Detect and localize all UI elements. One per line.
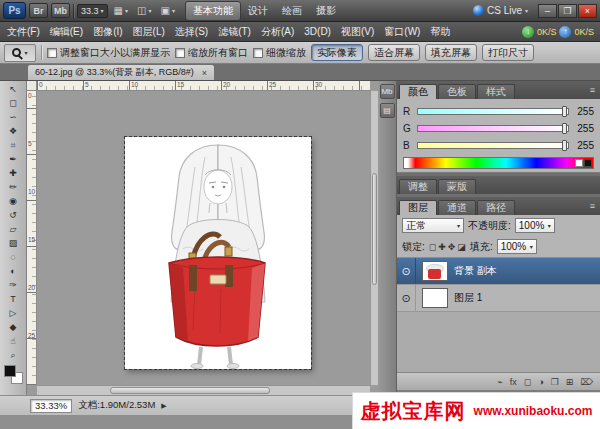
layer-row-layer1[interactable]: ⊙ 图层 1 — [397, 285, 600, 312]
tool-eyedropper[interactable]: ✒ — [1, 152, 25, 166]
workspace-tab-photography[interactable]: 摄影 — [309, 1, 343, 21]
menu-3d[interactable]: 3D(D) — [299, 22, 336, 41]
close-icon[interactable]: × — [202, 68, 207, 78]
layer-thumbnail[interactable] — [422, 261, 448, 281]
view-extras-button[interactable]: ▦ ▾ — [111, 3, 131, 19]
launch-minibridge-button[interactable]: Mb — [51, 3, 70, 18]
white-swatch[interactable] — [575, 159, 583, 167]
red-value[interactable]: 255 — [574, 106, 594, 117]
green-slider-handle[interactable] — [562, 123, 567, 134]
delete-layer-icon[interactable]: ⌦ — [580, 377, 593, 387]
workspace-tab-essentials[interactable]: 基本功能 — [185, 1, 241, 21]
vertical-scrollbar[interactable] — [370, 91, 378, 385]
color-spectrum-ramp[interactable] — [403, 157, 594, 169]
close-button[interactable]: × — [578, 4, 597, 18]
tool-dodge[interactable]: ◐ — [1, 264, 25, 278]
layer-name[interactable]: 背景 副本 — [454, 264, 600, 278]
launch-bridge-button[interactable]: Br — [29, 3, 48, 18]
workspace-tab-design[interactable]: 设计 — [241, 1, 275, 21]
actual-pixels-button[interactable]: 实际像素 — [311, 44, 363, 61]
layer-name[interactable]: 图层 1 — [454, 291, 600, 305]
tab-masks[interactable]: 蒙版 — [438, 179, 476, 194]
lock-all-icon[interactable]: ◪ — [457, 242, 466, 252]
tool-lasso[interactable]: ∽ — [1, 110, 25, 124]
menu-filter[interactable]: 滤镜(T) — [213, 22, 256, 41]
tool-history-brush[interactable]: ↺ — [1, 208, 25, 222]
red-slider-handle[interactable] — [562, 106, 567, 117]
opacity-input[interactable]: 100% ▾ — [515, 218, 555, 233]
lock-transparent-icon[interactable]: ◻ — [429, 242, 436, 252]
menu-help[interactable]: 帮助 — [425, 22, 455, 41]
blend-mode-select[interactable]: 正常 ▾ — [402, 218, 464, 233]
zoom-all-windows-checkbox[interactable] — [175, 48, 185, 58]
horizontal-scrollbar-thumb[interactable] — [110, 387, 270, 394]
tool-move[interactable]: ↖ — [1, 82, 25, 96]
link-layers-icon[interactable]: ⌁ — [497, 377, 502, 387]
zoom-level-control[interactable]: 33.3 ▾ — [77, 4, 108, 18]
tool-brush[interactable]: ✏ — [1, 180, 25, 194]
lock-position-icon[interactable]: ✥ — [448, 242, 456, 252]
new-layer-icon[interactable]: ⊞ — [566, 377, 574, 387]
layer-group-icon[interactable]: ❐ — [551, 377, 559, 387]
minimize-button[interactable]: – — [538, 4, 557, 18]
tool-clone-stamp[interactable]: ◉ — [1, 194, 25, 208]
panel-menu-icon[interactable]: ≡ — [587, 201, 598, 211]
vertical-scrollbar-thumb[interactable] — [372, 173, 377, 285]
tool-healing[interactable]: ✚ — [1, 166, 25, 180]
tool-hand[interactable]: ☝ — [1, 334, 25, 348]
visibility-toggle[interactable]: ⊙ — [397, 285, 416, 311]
visibility-toggle[interactable]: ⊙ — [397, 258, 416, 284]
foreground-color-swatch[interactable] — [4, 365, 16, 377]
fill-input[interactable]: 100% ▾ — [497, 239, 537, 254]
canvas-viewport[interactable] — [37, 91, 370, 385]
scrubby-zoom-checkbox[interactable] — [253, 48, 263, 58]
status-zoom-field[interactable]: 33.33% — [30, 399, 72, 413]
document-image[interactable] — [125, 137, 311, 369]
blue-slider-handle[interactable] — [562, 140, 567, 151]
layer-mask-icon[interactable]: ◻ — [524, 377, 531, 387]
tab-paths[interactable]: 路径 — [477, 200, 515, 215]
tab-layers[interactable]: 图层 — [399, 200, 437, 215]
green-slider[interactable] — [417, 125, 569, 132]
horizontal-scrollbar[interactable] — [37, 385, 370, 395]
history-panel-button[interactable]: ▤ — [380, 103, 395, 118]
menu-analysis[interactable]: 分析(A) — [256, 22, 299, 41]
blue-slider[interactable] — [417, 142, 569, 149]
red-slider[interactable] — [417, 108, 569, 115]
fill-screen-button[interactable]: 填充屏幕 — [425, 44, 477, 61]
tool-path-select[interactable]: ▷ — [1, 306, 25, 320]
cs-live-button[interactable]: CS Live ▾ — [473, 5, 528, 16]
zoom-tool-preset-button[interactable]: ▾ — [4, 44, 36, 62]
blue-value[interactable]: 255 — [574, 140, 594, 151]
tab-styles[interactable]: 样式 — [477, 84, 515, 99]
menu-layer[interactable]: 图层(L) — [128, 22, 170, 41]
menu-file[interactable]: 文件(F) — [2, 22, 45, 41]
menu-image[interactable]: 图像(I) — [88, 22, 127, 41]
tab-channels[interactable]: 通道 — [438, 200, 476, 215]
resize-windows-checkbox[interactable] — [47, 48, 57, 58]
menu-edit[interactable]: 编辑(E) — [45, 22, 88, 41]
screen-mode-button[interactable]: ▣ ▾ — [157, 3, 177, 19]
vertical-ruler[interactable]: 0 5 10 15 20 25 — [27, 91, 37, 385]
menu-select[interactable]: 选择(S) — [170, 22, 213, 41]
lock-pixels-icon[interactable]: ✚ — [438, 242, 446, 252]
minibridge-panel-button[interactable]: Mb — [380, 84, 395, 99]
tool-blur[interactable]: ◌ — [1, 250, 25, 264]
fit-screen-button[interactable]: 适合屏幕 — [368, 44, 420, 61]
layer-style-icon[interactable]: fx — [510, 377, 517, 387]
tool-eraser[interactable]: ▱ — [1, 222, 25, 236]
tool-gradient[interactable]: ▨ — [1, 236, 25, 250]
menu-window[interactable]: 窗口(W) — [379, 22, 425, 41]
tab-color[interactable]: 颜色 — [399, 84, 437, 99]
menu-view[interactable]: 视图(V) — [336, 22, 379, 41]
black-swatch[interactable] — [584, 159, 592, 167]
panel-menu-icon[interactable]: ≡ — [587, 85, 598, 95]
adjustment-layer-icon[interactable]: ◑ — [538, 377, 543, 387]
tool-zoom[interactable]: ⌕ — [1, 348, 25, 362]
tool-quick-select[interactable]: ❖ — [1, 124, 25, 138]
workspace-tab-painting[interactable]: 绘画 — [275, 1, 309, 21]
print-size-button[interactable]: 打印尺寸 — [482, 44, 534, 61]
tool-shape[interactable]: ◆ — [1, 320, 25, 334]
layer-row-background-copy[interactable]: ⊙ 背景 副本 — [397, 258, 600, 285]
tab-swatches[interactable]: 色板 — [438, 84, 476, 99]
